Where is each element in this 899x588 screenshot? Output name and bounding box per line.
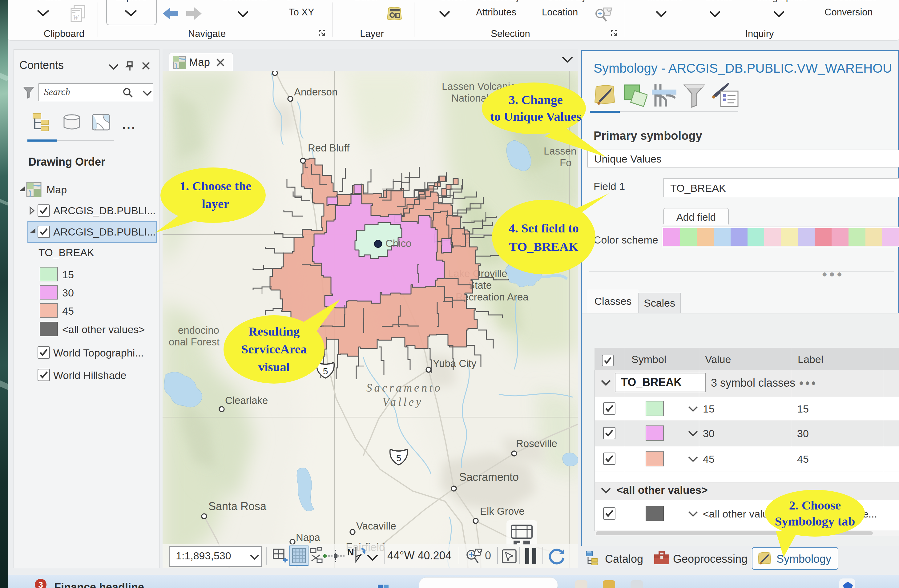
svg-text:layer: layer xyxy=(202,197,229,211)
svg-text:3. Change: 3. Change xyxy=(508,93,562,107)
svg-text:4. Set field to: 4. Set field to xyxy=(508,221,579,235)
svg-text:1. Choose the: 1. Choose the xyxy=(179,179,251,193)
svg-text:TO_BREAK: TO_BREAK xyxy=(509,239,579,254)
svg-text:Resulting: Resulting xyxy=(249,324,300,338)
svg-text:ServiceArea: ServiceArea xyxy=(241,342,307,356)
svg-text:to Unique Values: to Unique Values xyxy=(490,109,581,123)
svg-text:visual: visual xyxy=(258,360,290,374)
svg-text:2. Choose: 2. Choose xyxy=(789,498,841,512)
svg-text:Symbology tab: Symbology tab xyxy=(775,514,855,528)
